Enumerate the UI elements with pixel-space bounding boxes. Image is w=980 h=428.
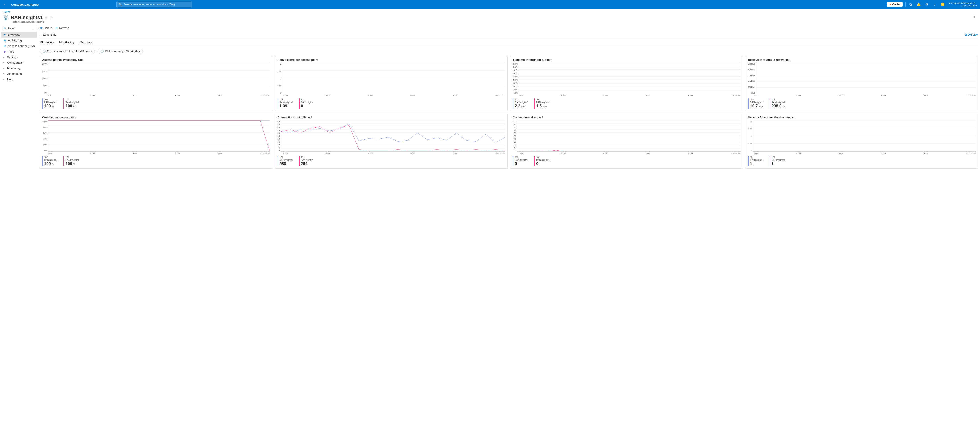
- sidebar-item-label: Help: [7, 78, 13, 81]
- nav-icon: 👁: [3, 33, 6, 37]
- chart-plot[interactable]: 50454035302520151050: [277, 121, 505, 152]
- help-icon[interactable]: ?: [931, 3, 939, 6]
- chevron-right-icon: ›: [11, 10, 11, 13]
- sidebar-item-automation[interactable]: ›Automation: [1, 71, 37, 76]
- sidebar-item-label: Automation: [7, 72, 22, 75]
- legend-name: RANInsights1: [750, 101, 764, 104]
- essentials-toggle[interactable]: ⌄ Essentials JSON View: [40, 31, 978, 38]
- sidebar-item-help[interactable]: ›Help: [1, 76, 37, 82]
- time-range-pill[interactable]: 🕒 See data from the last : Last 6 hours: [40, 49, 95, 54]
- feedback-icon[interactable]: 🙂: [939, 2, 947, 6]
- x-axis: 2 AM3 AM4 AM5 AM6 AMUTC-07:00: [513, 94, 741, 97]
- plot-area[interactable]: [48, 121, 270, 152]
- copilot-label: Copilot: [892, 3, 900, 6]
- legend-name: RANInsights1: [536, 101, 550, 104]
- chart-card-handover: Successful connection handovers21.5010.5…: [746, 114, 978, 169]
- legend-item: 101RANInsights1298.6 b/s: [770, 99, 786, 109]
- interval-value: 15 minutes: [126, 50, 140, 53]
- legend-item: 102RANInsights11: [770, 156, 785, 166]
- legend-unit: %: [73, 105, 75, 108]
- legend-item: 101RANInsights11: [748, 156, 764, 166]
- chart-legend: 102RANInsights1100 %101RANInsights1100 %: [42, 97, 270, 109]
- pin-icon[interactable]: ☆: [45, 16, 48, 19]
- y-axis: 200%150%100%50%0%: [42, 63, 48, 94]
- resource-icon: 📡: [3, 15, 9, 21]
- plot-area[interactable]: [519, 63, 741, 94]
- legend-item: 101RANInsights1294: [299, 156, 315, 166]
- interval-pill[interactable]: 🕒 Plot data every : 15 minutes: [97, 49, 143, 54]
- delete-icon: 🗑: [40, 26, 43, 30]
- global-search-input[interactable]: [123, 3, 190, 6]
- legend-unit: kb/s: [759, 105, 763, 108]
- timezone-label: UTC-07:00: [495, 152, 505, 154]
- plot-area[interactable]: [282, 63, 505, 94]
- legend-value: 294: [301, 161, 315, 166]
- sidebar-item-activity-log[interactable]: ▤Activity log: [1, 38, 37, 43]
- chart-plot[interactable]: 500kb/s400kb/s300kb/s200kb/s100kb/s0b/s: [748, 63, 976, 94]
- cloud-shell-icon[interactable]: ⧉: [907, 2, 915, 6]
- chart-legend: 102RANInsights12.2 kb/s101RANInsights11.…: [513, 97, 741, 109]
- chart-title: Active users per access point: [277, 58, 505, 62]
- sidebar-item-configuration[interactable]: ›Configuration: [1, 60, 37, 65]
- delete-button[interactable]: 🗑 Delete: [40, 26, 52, 30]
- global-search[interactable]: 🔍: [116, 2, 192, 7]
- chart-legend: 102RANInsights10 101RANInsights10: [513, 154, 741, 166]
- plot-area[interactable]: [756, 63, 976, 94]
- chart-plot[interactable]: 21.5010.500: [748, 121, 976, 152]
- notifications-icon[interactable]: 🔔: [915, 2, 923, 6]
- sidebar-item-tags[interactable]: ◆Tags: [1, 49, 37, 54]
- legend-id: 102: [750, 99, 764, 101]
- chart-card-tx: Transmit throughput (uplink)9kb/s8kb/s7k…: [510, 56, 743, 111]
- interval-prefix: Plot data every :: [105, 50, 124, 53]
- sidebar-search[interactable]: 🔍 Search ⌄ «: [2, 26, 36, 31]
- legend-unit: kb/s: [543, 105, 547, 108]
- legend-name: RANInsights1: [280, 101, 293, 104]
- tab-geo-map[interactable]: Geo map: [80, 40, 91, 46]
- chart-plot[interactable]: 21.5010.500: [277, 63, 505, 94]
- legend-item: 102RANInsights116.7 kb/s: [748, 99, 764, 109]
- tab-monitoring[interactable]: Monitoring: [59, 40, 74, 46]
- legend-value: 1.39: [280, 104, 293, 109]
- x-axis: 2 AM3 AM4 AM5 AM6 AMUTC-07:00: [42, 152, 270, 154]
- chart-plot[interactable]: 9kb/s8kb/s7kb/s6kb/s5kb/s4kb/s3kb/s2kb/s…: [513, 63, 741, 94]
- close-icon[interactable]: ✕: [973, 15, 977, 20]
- chart-plot[interactable]: 1009080706050403020100: [513, 121, 741, 152]
- chart-plot[interactable]: 200%150%100%50%0%: [42, 63, 270, 94]
- chart-title: Connections dropped: [513, 116, 741, 119]
- chart-title: Transmit throughput (uplink): [513, 58, 741, 62]
- plot-area[interactable]: [281, 121, 505, 152]
- plot-area[interactable]: [48, 63, 270, 94]
- sidebar-item-label: Access control (IAM): [8, 44, 35, 48]
- chart-card-availability: Access points availability rate200%150%1…: [40, 56, 272, 111]
- breadcrumb-home[interactable]: Home: [3, 10, 10, 13]
- user-account[interactable]: chrisqpublic@contoso.c... CONTOSO, LTD.: [947, 2, 980, 7]
- brand[interactable]: Contoso, Ltd. Azure: [9, 3, 41, 6]
- line-series: [281, 126, 505, 150]
- breadcrumb: Home ›: [0, 9, 980, 15]
- sidebar-item-overview[interactable]: 👁Overview: [1, 32, 37, 38]
- tab-mie-details[interactable]: MIE details: [40, 40, 54, 46]
- topbar: ≡ Contoso, Ltd. Azure 🔍 ✦ Copilot ⧉ 🔔 ⚙ …: [0, 0, 980, 9]
- menu-icon[interactable]: ≡: [0, 2, 9, 6]
- plot-area[interactable]: [753, 121, 976, 152]
- legend-id: 101: [301, 156, 315, 159]
- settings-icon[interactable]: ⚙: [923, 2, 931, 6]
- legend-id: 102: [515, 156, 528, 159]
- collapse-sidebar-icon[interactable]: «: [37, 27, 39, 30]
- chart-plot[interactable]: 100%80%60%40%20%0%: [42, 121, 270, 152]
- copilot-button[interactable]: ✦ Copilot: [887, 2, 903, 7]
- essentials-label: Essentials: [43, 33, 56, 36]
- more-icon[interactable]: ⋯: [50, 16, 53, 19]
- json-view-link[interactable]: JSON View: [965, 33, 978, 36]
- nav-icon: ⚙: [3, 45, 6, 48]
- plot-area[interactable]: [517, 121, 740, 152]
- refresh-button[interactable]: ⟳ Refresh: [56, 26, 70, 30]
- chart-title: Successful connection handovers: [748, 116, 976, 119]
- sidebar-item-settings[interactable]: ›Settings: [1, 54, 37, 60]
- x-axis: 2 AM3 AM4 AM5 AM6 AMUTC-07:00: [42, 94, 270, 97]
- sidebar-item-monitoring[interactable]: ›Monitoring: [1, 65, 37, 71]
- user-email: chrisqpublic@contoso.c...: [949, 2, 977, 5]
- legend-name: RANInsights1: [536, 159, 550, 161]
- legend-value: 1.5 kb/s: [536, 104, 550, 109]
- sidebar-item-access-control-iam-[interactable]: ⚙Access control (IAM): [1, 43, 37, 49]
